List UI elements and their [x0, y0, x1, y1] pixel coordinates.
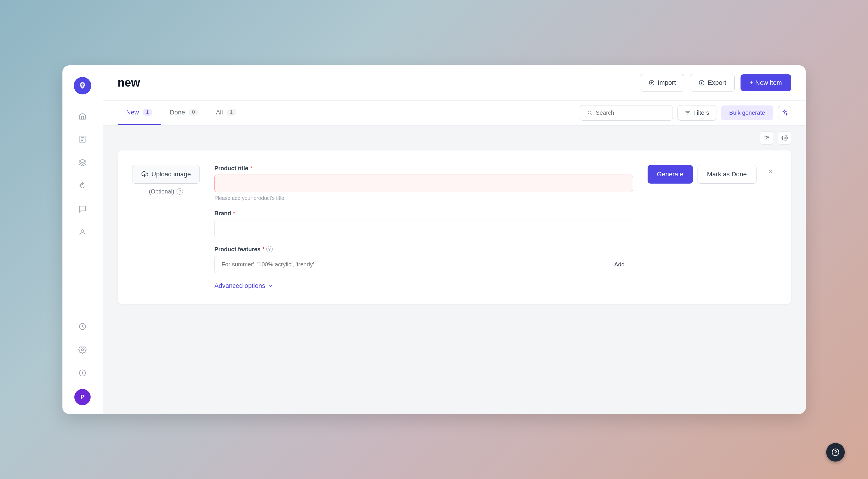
brand-label: Brand *: [214, 210, 633, 217]
product-title-input[interactable]: [214, 175, 633, 192]
product-features-label: Product features * ?: [214, 246, 633, 253]
header-actions: Import Export + New item: [640, 74, 791, 91]
svg-point-8: [784, 137, 785, 139]
title-required-star: *: [250, 165, 252, 172]
advanced-options-group: Advanced options: [214, 282, 633, 290]
header: new Import Export + Ne: [103, 65, 806, 100]
svg-point-1: [81, 230, 84, 232]
new-item-button[interactable]: + New item: [741, 74, 791, 91]
bulk-generate-button[interactable]: Bulk generate: [721, 106, 773, 120]
sidebar-item-chat[interactable]: [75, 202, 90, 216]
svg-point-3: [82, 349, 84, 351]
features-info-icon[interactable]: ?: [266, 246, 273, 252]
upload-image-button[interactable]: Upload image: [132, 165, 200, 184]
optional-info-icon[interactable]: ?: [177, 188, 183, 194]
tabs-bar: New 1 Done 0 All 1: [103, 100, 806, 125]
settings-small-button[interactable]: [778, 131, 791, 145]
close-icon: [767, 168, 774, 175]
sidebar-item-layers[interactable]: [75, 155, 90, 170]
sidebar-bottom: P: [74, 319, 91, 405]
filter-icon: [685, 110, 690, 116]
generate-button[interactable]: Generate: [648, 165, 693, 184]
svg-point-7: [588, 111, 591, 114]
tab-all-badge: 1: [226, 109, 237, 116]
product-title-label: Product title *: [214, 165, 633, 172]
optional-label: (Optional) ?: [149, 188, 183, 195]
tab-new-badge: 1: [143, 109, 152, 116]
search-icon: [587, 110, 592, 116]
sidebar-item-user[interactable]: [75, 225, 90, 240]
settings-icon: [781, 135, 788, 141]
upload-cloud-icon: [141, 171, 148, 178]
help-icon: [831, 448, 840, 456]
translate-icon: [764, 135, 770, 141]
sidebar-item-home[interactable]: [75, 109, 90, 123]
export-button[interactable]: Export: [690, 74, 735, 91]
sidebar-item-settings[interactable]: [75, 342, 90, 357]
sidebar-item-plus[interactable]: [75, 366, 90, 380]
upload-section: Upload image (Optional) ?: [132, 165, 200, 195]
svg-rect-0: [80, 136, 85, 143]
tab-all[interactable]: All 1: [207, 100, 245, 125]
filters-button[interactable]: Filters: [678, 105, 716, 121]
product-features-input[interactable]: [214, 256, 606, 273]
translate-button[interactable]: [760, 131, 773, 145]
sparkle-icon: [781, 110, 788, 116]
features-required-star: *: [262, 246, 265, 253]
item-card: Upload image (Optional) ? Product title …: [118, 150, 791, 304]
export-icon: [699, 80, 705, 86]
sidebar-item-docs[interactable]: [75, 132, 90, 147]
app-logo[interactable]: [74, 77, 91, 94]
content-area: Upload image (Optional) ? Product title …: [103, 150, 806, 414]
add-feature-button[interactable]: Add: [606, 256, 633, 273]
sidebar-item-sync[interactable]: [75, 179, 90, 193]
tabs-actions: Filters Bulk generate: [580, 105, 791, 121]
brand-required-star: *: [233, 210, 235, 217]
main-content: new Import Export + Ne: [103, 65, 806, 414]
sparkle-button[interactable]: [778, 106, 791, 119]
mark-done-button[interactable]: Mark as Done: [698, 165, 756, 184]
chevron-down-icon: [268, 283, 273, 289]
product-title-hint: Please add your product's title.: [214, 195, 633, 201]
sidebar: P: [62, 65, 103, 414]
sidebar-nav: [75, 109, 90, 319]
brand-input[interactable]: [214, 219, 633, 237]
page-title: new: [118, 76, 140, 89]
toolbar-row: [103, 125, 806, 150]
tab-done[interactable]: Done 0: [161, 100, 207, 125]
card-actions: Generate Mark as Done: [648, 165, 777, 184]
user-avatar[interactable]: P: [74, 389, 91, 405]
close-button[interactable]: [764, 165, 777, 178]
tab-new[interactable]: New 1: [118, 100, 161, 125]
product-features-group: Product features * ? Add: [214, 246, 633, 273]
brand-group: Brand *: [214, 210, 633, 237]
form-section: Product title * Please add your product'…: [214, 165, 633, 290]
tabs: New 1 Done 0 All 1: [118, 100, 245, 125]
help-button[interactable]: [826, 443, 845, 461]
import-icon: [648, 80, 655, 86]
import-button[interactable]: Import: [640, 74, 684, 91]
tab-done-badge: 0: [188, 109, 198, 116]
search-box[interactable]: [580, 105, 673, 121]
search-input[interactable]: [596, 110, 665, 116]
advanced-options-button[interactable]: Advanced options: [214, 282, 633, 290]
features-row: Add: [214, 256, 633, 273]
product-title-group: Product title * Please add your product'…: [214, 165, 633, 201]
sidebar-item-circle[interactable]: [75, 319, 90, 334]
